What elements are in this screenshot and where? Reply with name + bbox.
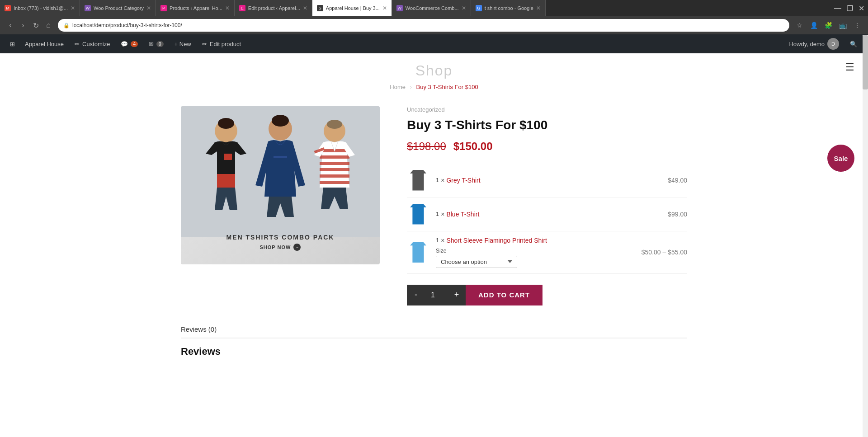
tab-label-google: t shirt combo - Google [485,5,533,11]
customize-menu[interactable]: ✏ Customize [69,34,115,53]
home-button[interactable]: ⌂ [43,20,53,30]
size-label: Size [436,248,635,254]
reviews-tab[interactable]: Reviews (0) [181,325,687,338]
tab-label-products: Products ‹ Apparel Ho... [170,5,222,11]
maximize-icon[interactable]: ❐ [847,4,853,13]
tab-edit[interactable]: E Edit product ‹ Apparel... ✕ [235,0,312,16]
tab-woo[interactable]: W Woo Product Category ✕ [80,0,156,16]
forward-button[interactable]: › [18,20,28,30]
tab-close-woo[interactable]: ✕ [146,5,151,11]
comments-badge: 4 [131,41,138,47]
tab-close-apparel[interactable]: ✕ [382,5,387,11]
shop-header: Shop ☰ [0,53,868,81]
svg-point-2 [218,118,234,129]
url-text: localhost/demo/product/buy-3-t-shirts-fo… [72,22,182,28]
breadcrumb-current: Buy 3 T-Shirts For $100 [416,84,478,90]
bundle-item-2-details: 1 × Blue T-Shirt [436,211,661,218]
product-title: Buy 3 T-Shirts For $100 [407,117,687,133]
tab-google[interactable]: G t shirt combo - Google ✕ [471,0,546,16]
product-image-svg [181,106,380,237]
bundle-item-3-details: 1 × Short Sleeve Flamingo Printed Shirt … [436,237,635,268]
tab-close-edit[interactable]: ✕ [303,5,307,11]
bookmark-icon[interactable]: ☆ [794,20,805,31]
light-blue-tshirt-thumbnail [410,242,426,263]
bundle-item-2-link[interactable]: Blue T-Shirt [446,211,479,218]
size-select[interactable]: Choose an option Small Medium Large XL [436,256,517,268]
hamburger-icon: ☰ [845,61,854,73]
quantity-input[interactable] [425,285,448,305]
bundle-item-3-qty: 1 [436,237,439,244]
tab-icon-woocomm: W [396,5,403,11]
bundle-item-1-link[interactable]: Grey T-Shirt [446,177,480,184]
product-info-section: Uncategorized Buy 3 T-Shirts For $100 $1… [407,106,687,316]
bundle-item-2-price: $99.00 [668,211,687,218]
cast-icon[interactable]: 📺 [837,20,848,31]
product-price: $198.00 $150.00 [407,140,687,153]
tab-label-woocomm: WooCommerce Comb... [406,5,459,11]
quantity-box: - + [407,285,466,305]
extensions-icon[interactable]: 🧩 [823,20,834,31]
bundle-item-3: 1 × Short Sleeve Flamingo Printed Shirt … [407,231,687,274]
more-icon[interactable]: ⋮ [852,20,863,31]
bundle-item-3-link[interactable]: Short Sleeve Flamingo Printed Shirt [446,237,547,244]
tab-bar: M Inbox (773) - vidish1@... ✕ W Woo Prod… [0,0,868,16]
howdy-menu[interactable]: Howdy, demo D [783,34,844,53]
bundle-item-2-qty: 1 [436,211,439,217]
customize-label: Customize [82,41,110,47]
svg-rect-13 [320,174,349,178]
quantity-increase-button[interactable]: + [448,285,466,305]
tab-products[interactable]: P Products ‹ Apparel Ho... ✕ [156,0,235,16]
edit-product-menu[interactable]: ✏ Edit product [197,34,246,53]
edit-product-label: Edit product [210,41,241,47]
price-original: $198.00 [407,140,446,153]
new-menu[interactable]: + New [169,34,197,53]
shop-now-button[interactable]: SHOP NOW → [181,244,380,251]
hamburger-menu[interactable]: ☰ [845,61,854,73]
breadcrumb-home-link[interactable]: Home [390,84,406,90]
close-window-icon[interactable]: ✕ [859,4,864,13]
tab-close-google[interactable]: ✕ [536,5,541,11]
tab-gmail[interactable]: M Inbox (773) - vidish1@... ✕ [0,0,80,16]
admin-search-button[interactable]: 🔍 [844,34,863,53]
tab-icon-gmail: M [5,5,11,11]
grey-tshirt-thumbnail [410,170,426,191]
quantity-decrease-button[interactable]: - [407,285,425,305]
bundle-item-1-qty: 1 [436,177,439,183]
comments-menu[interactable]: 💬 4 [115,34,143,53]
tab-apparel[interactable]: S Apparel House | Buy 3... ✕ [312,0,392,16]
comments2-menu[interactable]: ✉ 0 [143,34,169,53]
comment2-icon: ✉ [149,41,154,47]
bundle-item-1-image [407,169,429,192]
add-to-cart-button[interactable]: Add To Cart [466,285,542,305]
tab-end-controls: ― ❐ ✕ [830,0,868,16]
scrollbar-thumb[interactable] [863,35,868,89]
combo-title: MEN TSHIRTS COMBO PACK [181,234,380,241]
scrollbar-track[interactable] [863,35,868,437]
svg-rect-6 [274,156,287,158]
reviews-section: Reviews (0) Reviews [163,325,705,380]
minimize-icon[interactable]: ― [834,4,841,12]
back-button[interactable]: ‹ [5,20,15,30]
add-to-cart-row: - + Add To Cart [407,285,687,305]
wp-logo-button[interactable]: ⊞ [5,34,19,53]
bundle-item-3-image [407,241,429,263]
tab-label-apparel: Apparel House | Buy 3... [326,5,380,11]
reload-button[interactable]: ↻ [31,20,41,30]
bundle-item-1-price: $49.00 [668,177,687,184]
bundle-items: 1 × Grey T-Shirt $49.00 1 [407,164,687,274]
profile-icon[interactable]: 👤 [808,20,819,31]
svg-point-8 [327,120,342,129]
tab-close-products[interactable]: ✕ [225,5,230,11]
url-bar[interactable]: 🔒 localhost/demo/product/buy-3-t-shirts-… [58,19,789,32]
page-content: Shop ☰ Home › Buy 3 T-Shirts For $100 Sa… [0,53,868,437]
apparel-house-menu[interactable]: Apparel House [19,34,69,53]
tab-icon-products: P [160,5,167,11]
browser-chrome: M Inbox (773) - vidish1@... ✕ W Woo Prod… [0,0,868,34]
tab-close-gmail[interactable]: ✕ [71,5,75,11]
tab-close-woocomm[interactable]: ✕ [462,5,466,11]
tab-woocomm[interactable]: W WooCommerce Comb... ✕ [392,0,471,16]
edit-product-icon: ✏ [202,41,207,47]
bundle-item-1-name: 1 × Grey T-Shirt [436,177,661,184]
tab-label-gmail: Inbox (773) - vidish1@... [14,5,68,11]
bundle-item-2: 1 × Blue T-Shirt $99.00 [407,197,687,231]
